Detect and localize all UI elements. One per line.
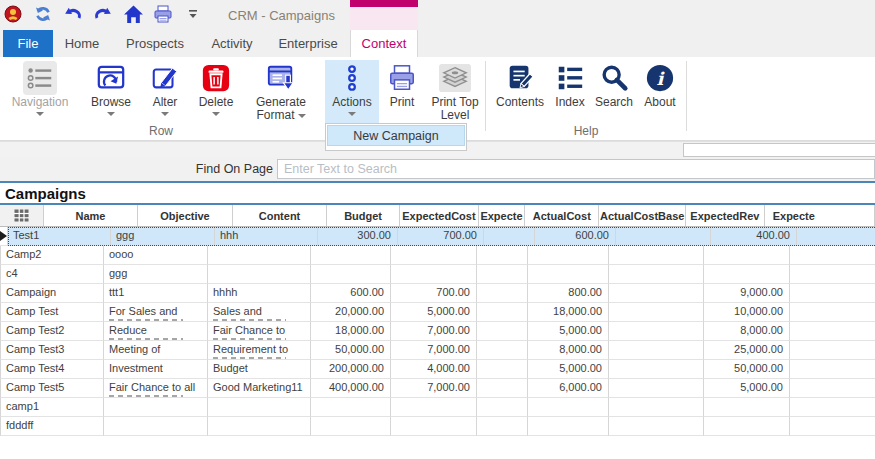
index-button[interactable]: Index <box>549 60 591 134</box>
cell[interactable]: Camp Test5 <box>1 379 104 398</box>
print-icon[interactable] <box>152 3 174 25</box>
undo-icon[interactable] <box>62 3 84 25</box>
column-header-actualcost[interactable]: ActualCost <box>525 205 599 226</box>
cell[interactable]: Camp2 <box>1 246 104 265</box>
alter-button[interactable]: Alter <box>142 60 188 134</box>
cell[interactable]: 4,000.00 <box>391 360 477 379</box>
cell[interactable]: 8,000.00 <box>528 341 609 360</box>
cell[interactable] <box>391 265 477 284</box>
column-header-expecte[interactable]: Expecte <box>765 205 875 226</box>
cell[interactable] <box>704 417 790 436</box>
cell[interactable] <box>477 341 528 360</box>
cell[interactable]: Fair Chance to <box>208 322 311 341</box>
cell[interactable]: For Sales and <box>104 303 208 322</box>
cell[interactable] <box>609 284 704 303</box>
cell[interactable]: hhh <box>215 227 318 246</box>
cell[interactable] <box>790 246 875 265</box>
about-button[interactable]: i About <box>637 60 683 134</box>
cell[interactable]: Sales and <box>208 303 311 322</box>
redo-icon[interactable] <box>92 3 114 25</box>
tab-context[interactable]: Context <box>350 30 418 57</box>
cell[interactable]: ttt1 <box>104 284 208 303</box>
table-row[interactable]: fdddff <box>0 417 875 436</box>
cell[interactable] <box>477 303 528 322</box>
delete-button[interactable]: Delete <box>190 60 242 134</box>
cell[interactable]: c4 <box>1 265 104 284</box>
cell[interactable]: 50,000.00 <box>311 341 391 360</box>
cell[interactable] <box>208 246 311 265</box>
browse-button[interactable]: Browse <box>84 60 138 134</box>
cell[interactable]: Requirement to <box>208 341 311 360</box>
cell[interactable] <box>528 417 609 436</box>
cell[interactable]: ggg <box>111 227 215 246</box>
cell[interactable] <box>208 398 311 417</box>
cell[interactable]: 7,000.00 <box>391 322 477 341</box>
home-icon[interactable] <box>122 3 144 25</box>
cell[interactable]: oooo <box>104 246 208 265</box>
table-row[interactable]: Camp TestFor Sales andSales and20,000.00… <box>0 303 875 322</box>
cell[interactable] <box>609 341 704 360</box>
cell[interactable] <box>609 322 704 341</box>
cell[interactable] <box>790 379 875 398</box>
cell[interactable] <box>477 265 528 284</box>
navigation-button[interactable]: Navigation <box>2 60 78 134</box>
table-row[interactable]: Campaignttt1hhhh600.00700.00800.009,000.… <box>0 284 875 303</box>
cell[interactable] <box>311 398 391 417</box>
cell[interactable] <box>790 341 875 360</box>
cell[interactable] <box>477 246 528 265</box>
cell[interactable]: camp1 <box>1 398 104 417</box>
cell[interactable] <box>790 417 875 436</box>
cell[interactable] <box>797 227 875 246</box>
table-row[interactable]: Camp Test4InvestmentBudget200,000.004,00… <box>0 360 875 379</box>
cell[interactable] <box>704 398 790 417</box>
cell[interactable]: 5,000.00 <box>391 303 477 322</box>
column-header-budget[interactable]: Budget <box>327 205 400 226</box>
side-field[interactable] <box>683 143 875 157</box>
cell[interactable] <box>528 246 609 265</box>
column-header-objective[interactable]: Objective <box>138 205 233 226</box>
generate-format-button[interactable]: Generate Format <box>244 60 318 134</box>
cell[interactable] <box>609 246 704 265</box>
cell[interactable] <box>790 284 875 303</box>
cell[interactable]: hhhh <box>208 284 311 303</box>
cell[interactable]: 700.00 <box>398 227 484 246</box>
tab-prospects[interactable]: Prospects <box>111 30 199 57</box>
cell[interactable] <box>790 398 875 417</box>
cell[interactable] <box>104 417 208 436</box>
cell[interactable]: Test1 <box>8 227 111 246</box>
cell[interactable] <box>208 417 311 436</box>
cell[interactable] <box>609 265 704 284</box>
cell[interactable] <box>311 417 391 436</box>
cell[interactable]: 10,000.00 <box>704 303 790 322</box>
cell[interactable] <box>528 265 609 284</box>
cell[interactable]: Good Marketing11 <box>208 379 311 398</box>
cell[interactable] <box>616 227 711 246</box>
cell[interactable]: 5,000.00 <box>704 379 790 398</box>
table-row[interactable]: camp1 <box>0 398 875 417</box>
cell[interactable] <box>311 246 391 265</box>
app-logo-icon[interactable] <box>2 3 24 25</box>
cell[interactable] <box>704 246 790 265</box>
cell[interactable] <box>528 398 609 417</box>
cell[interactable]: 600.00 <box>311 284 391 303</box>
grid-selector-header[interactable] <box>0 205 44 226</box>
tab-home[interactable]: Home <box>53 30 111 57</box>
column-header-expectedcost[interactable]: ExpectedCost <box>400 205 479 226</box>
cell[interactable]: 18,000.00 <box>311 322 391 341</box>
cell[interactable]: 800.00 <box>528 284 609 303</box>
cell[interactable]: 600.00 <box>535 227 616 246</box>
cell[interactable]: Camp Test <box>1 303 104 322</box>
find-on-page-input[interactable] <box>277 159 875 179</box>
cell[interactable]: 400.00 <box>711 227 797 246</box>
cell[interactable]: Fair Chance to all <box>104 379 208 398</box>
cell[interactable] <box>477 284 528 303</box>
cell[interactable] <box>609 379 704 398</box>
row-selector-cell[interactable] <box>0 227 8 246</box>
cell[interactable] <box>609 417 704 436</box>
cell[interactable] <box>609 303 704 322</box>
cell[interactable] <box>391 246 477 265</box>
cell[interactable] <box>790 265 875 284</box>
cell[interactable] <box>477 398 528 417</box>
cell[interactable] <box>790 303 875 322</box>
cell[interactable] <box>704 265 790 284</box>
